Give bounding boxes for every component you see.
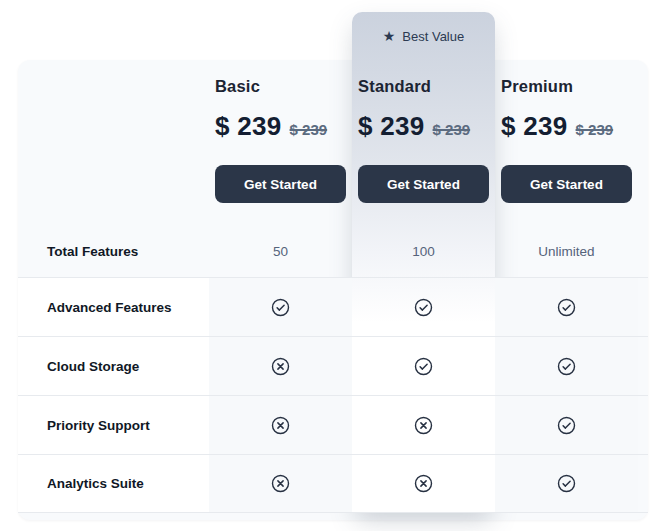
plan-column-standard: Standard $ 239 $ 239 Get Started bbox=[352, 60, 495, 225]
get-started-button-premium[interactable]: Get Started bbox=[501, 165, 632, 203]
check-circle-icon bbox=[209, 278, 352, 336]
current-price: $ 239 bbox=[501, 111, 568, 142]
plan-column-basic: Basic $ 239 $ 239 Get Started bbox=[209, 60, 352, 225]
check-circle-icon bbox=[495, 278, 638, 336]
x-circle-icon bbox=[352, 455, 495, 512]
feature-value: 100 bbox=[352, 225, 495, 277]
get-started-button-basic[interactable]: Get Started bbox=[215, 165, 346, 203]
current-price: $ 239 bbox=[215, 111, 282, 142]
feature-label: Cloud Storage bbox=[18, 337, 209, 395]
price-row: $ 239 $ 239 bbox=[501, 111, 632, 142]
header-spacer-cell bbox=[18, 60, 209, 225]
feature-label: Priority Support bbox=[18, 396, 209, 454]
plan-name: Premium bbox=[501, 77, 632, 96]
best-value-label: Best Value bbox=[402, 29, 464, 44]
x-circle-icon bbox=[209, 455, 352, 512]
get-started-button-standard[interactable]: Get Started bbox=[358, 165, 489, 203]
pricing-table: ★ Best Value Basic $ 239 $ 239 Get Start… bbox=[18, 60, 648, 520]
feature-row: Total Features50100Unlimited bbox=[18, 225, 648, 277]
feature-value: Unlimited bbox=[495, 225, 638, 277]
check-circle-icon bbox=[352, 337, 495, 395]
check-circle-icon bbox=[495, 455, 638, 512]
original-price-strikethrough: $ 239 bbox=[290, 121, 328, 138]
price-row: $ 239 $ 239 bbox=[358, 111, 489, 142]
original-price-strikethrough: $ 239 bbox=[576, 121, 614, 138]
feature-row: Cloud Storage bbox=[18, 336, 648, 395]
plan-column-premium: Premium $ 239 $ 239 Get Started bbox=[495, 60, 638, 225]
original-price-strikethrough: $ 239 bbox=[433, 121, 471, 138]
x-circle-icon bbox=[209, 396, 352, 454]
features-comparison-table: Total Features50100UnlimitedAdvanced Fea… bbox=[18, 225, 648, 513]
feature-row: Priority Support bbox=[18, 395, 648, 454]
feature-label: Total Features bbox=[18, 225, 209, 277]
feature-row: Analytics Suite bbox=[18, 454, 648, 513]
check-circle-icon bbox=[495, 337, 638, 395]
x-circle-icon bbox=[209, 337, 352, 395]
best-value-badge: ★ Best Value bbox=[352, 12, 495, 60]
current-price: $ 239 bbox=[358, 111, 425, 142]
feature-label: Analytics Suite bbox=[18, 455, 209, 512]
plan-name: Standard bbox=[358, 77, 489, 96]
feature-label: Advanced Features bbox=[18, 278, 209, 336]
star-icon: ★ bbox=[383, 29, 396, 43]
check-circle-icon bbox=[495, 396, 638, 454]
plan-name: Basic bbox=[215, 77, 346, 96]
x-circle-icon bbox=[352, 396, 495, 454]
feature-row: Advanced Features bbox=[18, 277, 648, 336]
check-circle-icon bbox=[352, 278, 495, 336]
feature-value: 50 bbox=[209, 225, 352, 277]
price-row: $ 239 $ 239 bbox=[215, 111, 346, 142]
plans-header-row: Basic $ 239 $ 239 Get Started Standard $… bbox=[18, 60, 648, 225]
